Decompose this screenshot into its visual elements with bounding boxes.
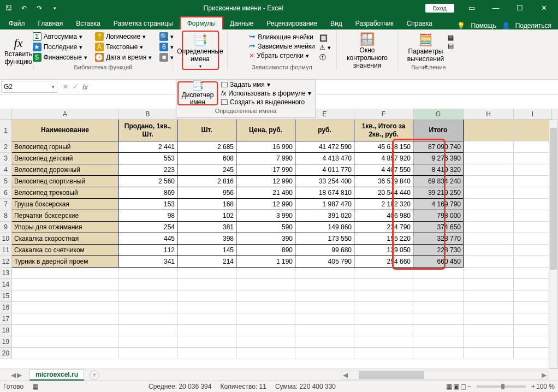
row-header-7[interactable]: 7 [0,199,12,210]
cell-value[interactable]: 173 550 [295,233,354,245]
cell[interactable] [464,199,514,210]
cell[interactable] [295,313,354,325]
row-header-18[interactable]: 18 [0,325,12,336]
cell-value[interactable]: 406 980 [354,210,413,222]
cell[interactable] [236,313,295,325]
cell-value[interactable]: 33 254 400 [295,176,354,187]
cell-value[interactable]: 20 544 440 [354,187,413,199]
cell[interactable] [413,279,464,290]
cell-value[interactable]: 341 [118,256,177,268]
cell[interactable] [236,325,295,336]
row-header-10[interactable]: 10 [0,233,12,245]
cell-value[interactable]: 214 [177,256,236,268]
header-cell[interactable]: Цена, руб. [236,120,295,141]
row-header-12[interactable]: 12 [0,256,12,268]
close-icon[interactable]: ✕ [532,2,556,14]
cell-value[interactable]: 99 680 [295,245,354,256]
cell-value[interactable]: 39 219 250 [413,187,464,199]
cell-value[interactable]: 112 [118,245,177,256]
cell-value[interactable]: 18 674 810 [295,187,354,199]
cell[interactable] [514,336,552,348]
scroll-right-icon[interactable]: ▶ [540,371,548,379]
cell[interactable] [12,325,118,336]
cell[interactable] [177,313,236,325]
tab-file[interactable]: Файл [2,17,32,29]
cell-value[interactable]: 12 990 [236,176,295,187]
scroll-left-icon[interactable]: ◀ [341,371,349,379]
cell[interactable] [236,268,295,279]
cell[interactable] [295,348,354,359]
cell[interactable] [464,290,514,302]
tab-home[interactable]: Главная [32,17,70,29]
cell[interactable] [12,279,118,290]
cell-value[interactable]: 16 990 [236,141,295,153]
page-break-icon[interactable]: ▢ [460,383,466,390]
cell-value[interactable]: 660 450 [413,256,464,268]
row-header-4[interactable]: 4 [0,164,12,176]
cell-value[interactable]: 149 860 [295,222,354,233]
cell[interactable] [464,325,514,336]
cell[interactable] [464,336,514,348]
cell[interactable] [118,302,177,313]
row-header-16[interactable]: 16 [0,302,12,313]
cell-value[interactable]: 4 011 770 [295,164,354,176]
cell[interactable] [464,187,514,199]
redo-icon[interactable]: ↷ [33,2,46,14]
cell-value[interactable]: 374 650 [413,222,464,233]
error-check-button[interactable]: ⚠ ▾ [317,43,333,52]
col-header-G[interactable]: G [413,109,464,120]
cell[interactable] [354,290,413,302]
cancel-formula-icon[interactable]: ✕ [63,83,68,91]
tab-help[interactable]: Справка [400,17,439,29]
remove-arrows-button[interactable]: ✕Убрать стрелки ▾ [247,51,317,60]
cell-value[interactable]: 254 [118,222,177,233]
cell-value[interactable]: 153 [118,199,177,210]
cell[interactable] [514,233,552,245]
cell[interactable] [354,336,413,348]
cell[interactable] [413,336,464,348]
cell-value[interactable]: 102 [177,210,236,222]
cell-value[interactable]: 17 990 [236,164,295,176]
cell-value[interactable]: 956 [177,187,236,199]
evaluate-button[interactable]: ⓕ [317,52,333,63]
cell[interactable] [514,290,552,302]
cell[interactable] [295,268,354,279]
name-box[interactable]: G2 ▾ [1,81,57,93]
cell[interactable] [295,279,354,290]
cell[interactable] [354,348,413,359]
cell[interactable] [413,325,464,336]
cell-value[interactable]: 3 990 [236,210,295,222]
cell[interactable] [354,268,413,279]
header-cell[interactable]: руб. [295,120,354,141]
calc-now-icon[interactable]: ▦ [448,34,454,41]
col-header-B[interactable]: B [118,109,177,120]
cell[interactable] [464,268,514,279]
cell[interactable] [177,325,236,336]
cell[interactable] [514,164,552,176]
scrollbar-thumb[interactable] [550,128,557,270]
cell-value[interactable]: 69 834 240 [413,176,464,187]
cell[interactable] [514,176,552,187]
cell-value[interactable]: 390 [236,233,295,245]
enter-formula-icon[interactable]: ✓ [73,83,78,91]
cell[interactable] [514,302,552,313]
cell[interactable] [118,336,177,348]
select-all-corner[interactable] [0,109,12,120]
col-header-H[interactable]: H [464,109,514,120]
cell-value[interactable]: 1 987 470 [295,199,354,210]
tab-review[interactable]: Рецензирование [260,17,324,29]
cell-value[interactable]: 328 770 [413,233,464,245]
cell-name[interactable]: Велосипед трековый [12,187,118,199]
login-button[interactable]: Вход [425,4,454,13]
cell-name[interactable]: Упоры для отжимания [12,222,118,233]
cell[interactable] [177,279,236,290]
use-in-formula-button[interactable]: fxИспользовать в формуле ▾ [221,90,313,97]
cell[interactable] [354,325,413,336]
cell[interactable] [12,302,118,313]
cell[interactable] [118,313,177,325]
cell[interactable] [464,302,514,313]
row-header-11[interactable]: 11 [0,245,12,256]
tell-me-label[interactable]: Помощь [471,22,496,29]
cell[interactable] [295,302,354,313]
spreadsheet-grid[interactable]: ABCDEFGHI 1НаименованиеПродано, 1кв., Шт… [0,109,558,369]
